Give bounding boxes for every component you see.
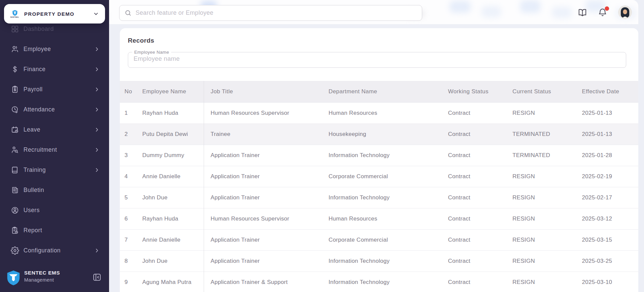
column-header: No xyxy=(120,81,138,102)
table-cell: Contract xyxy=(442,145,506,166)
search-icon xyxy=(125,9,132,16)
table-cell: John Due xyxy=(138,187,204,208)
recruitment-icon xyxy=(11,146,19,154)
table-row[interactable]: 2Putu Depita DewiTraineeHousekeepingCont… xyxy=(120,124,638,145)
table-cell: Annie Danielle xyxy=(138,166,204,187)
table-cell: Contract xyxy=(442,272,506,292)
table-row[interactable]: 4Annie DanielleApplication TrainerCorpor… xyxy=(120,166,638,187)
users-icon xyxy=(11,206,19,214)
column-header: Employee Name xyxy=(138,81,204,102)
sidebar-item-bulletin[interactable]: Bulletin xyxy=(0,180,109,200)
chevron-right-icon xyxy=(94,167,100,173)
sidebar-item-configuration[interactable]: Configuration xyxy=(0,240,109,260)
notification-badge xyxy=(605,6,609,11)
table-cell: 2 xyxy=(120,124,138,145)
sidebar-item-payroll[interactable]: Payroll xyxy=(0,79,109,99)
sidebar: SENTINEL PROPERTY DEMO DashboardEmployee… xyxy=(0,0,109,292)
employee-name-filter: Employee Name xyxy=(128,50,626,68)
app-title-block: SENTEC EMS Management xyxy=(24,270,60,283)
table-row[interactable]: 6Rayhan HudaHuman Resources SupervisorHu… xyxy=(120,208,638,229)
header-row: NoEmployee NameJob TitleDepartment NameW… xyxy=(120,81,638,102)
table-cell: 2025-02-19 xyxy=(576,166,638,187)
table-row[interactable]: 7Annie DanielleApplication TrainerCorpor… xyxy=(120,229,638,250)
table-cell: Contract xyxy=(442,229,506,250)
sidebar-item-employee[interactable]: Employee xyxy=(0,39,109,59)
user-avatar[interactable] xyxy=(618,5,632,19)
table-cell: Human Resources xyxy=(322,208,442,229)
sidebar-item-label: Recruitment xyxy=(23,146,57,153)
table-cell: 2025-03-25 xyxy=(576,250,638,272)
workspace-logo-text: SENTINEL xyxy=(10,16,19,18)
table-cell: 5 xyxy=(120,187,138,208)
column-header: Working Status xyxy=(442,81,506,102)
table-cell: Rayhan Huda xyxy=(138,208,204,229)
configuration-icon xyxy=(11,246,19,255)
leave-icon xyxy=(11,126,19,134)
chevron-right-icon xyxy=(94,127,100,133)
sidebar-nav: DashboardEmployeeFinancePayrollAttendanc… xyxy=(0,19,109,260)
table-cell: 2025-03-10 xyxy=(576,272,638,292)
table-cell: 6 xyxy=(120,208,138,229)
sidebar-collapse-button[interactable] xyxy=(92,273,102,282)
table-row[interactable]: 3Dummy DummyApplication TrainerInformati… xyxy=(120,145,638,166)
table-cell: RESIGN xyxy=(506,272,576,292)
search-input[interactable] xyxy=(136,5,422,20)
page-title: Records xyxy=(120,28,638,44)
sidebar-item-label: Report xyxy=(23,227,42,234)
chevron-right-icon xyxy=(94,248,100,253)
table-cell: 3 xyxy=(120,145,138,166)
records-table-body: 1Rayhan HudaHuman Resources SupervisorHu… xyxy=(120,102,638,292)
table-cell: Trainee xyxy=(204,124,322,145)
chevron-right-icon xyxy=(94,107,100,112)
training-icon xyxy=(11,166,19,174)
sidebar-item-report[interactable]: Report xyxy=(0,220,109,240)
table-cell: Rayhan Huda xyxy=(138,102,204,124)
table-cell: Human Resources Supervisor xyxy=(204,208,322,229)
workspace-name: PROPERTY DEMO xyxy=(24,11,75,17)
table-cell: Housekeeping xyxy=(322,124,442,145)
chevron-right-icon xyxy=(94,66,100,72)
table-cell: Contract xyxy=(442,102,506,124)
table-cell: John Due xyxy=(138,250,204,272)
records-table: NoEmployee NameJob TitleDepartment NameW… xyxy=(120,81,638,292)
table-row[interactable]: 9Agung Maha PutraApplication Trainer & S… xyxy=(120,272,638,292)
employee-name-input[interactable] xyxy=(134,55,611,62)
table-row[interactable]: 1Rayhan HudaHuman Resources SupervisorHu… xyxy=(120,102,638,124)
table-cell: RESIGN xyxy=(506,229,576,250)
table-cell: Agung Maha Putra xyxy=(138,272,204,292)
table-cell: 2025-03-12 xyxy=(576,208,638,229)
top-bar xyxy=(109,0,638,24)
table-cell: RESIGN xyxy=(506,102,576,124)
sidebar-item-leave[interactable]: Leave xyxy=(0,119,109,140)
finance-icon xyxy=(11,65,19,74)
sidebar-item-finance[interactable]: Finance xyxy=(0,59,109,79)
blurred-ghost xyxy=(520,0,540,13)
column-header: Current Status xyxy=(506,81,576,102)
sidebar-footer: SENTEC EMS Management xyxy=(0,268,109,289)
table-cell: Contract xyxy=(442,250,506,272)
sidebar-item-label: Bulletin xyxy=(23,187,44,194)
table-cell: 4 xyxy=(120,166,138,187)
sidebar-item-label: Users xyxy=(23,207,40,214)
sidebar-item-users[interactable]: Users xyxy=(0,200,109,220)
table-row[interactable]: 8John DueApplication TrainerInformation … xyxy=(120,250,638,272)
workspace-switcher[interactable]: SENTINEL PROPERTY DEMO xyxy=(4,4,105,23)
sidebar-item-attendance[interactable]: Attendance xyxy=(0,99,109,119)
table-cell: Information Technology xyxy=(322,187,442,208)
docs-button[interactable] xyxy=(578,8,587,17)
sidebar-item-recruitment[interactable]: Recruitment xyxy=(0,140,109,160)
chevron-right-icon xyxy=(94,87,100,92)
book-icon xyxy=(578,8,587,17)
table-cell: Contract xyxy=(442,166,506,187)
notifications-button[interactable] xyxy=(598,8,607,17)
sidebar-item-label: Dashboard xyxy=(23,26,54,33)
table-cell: Human Resources xyxy=(322,102,442,124)
collapse-sidebar-icon xyxy=(92,273,102,282)
table-cell: Dummy Dummy xyxy=(138,145,204,166)
sentinel-shield-logo: SENTINEL xyxy=(9,10,21,18)
table-row[interactable]: 5John DueApplication TrainerInformation … xyxy=(120,187,638,208)
sidebar-item-training[interactable]: Training xyxy=(0,160,109,180)
table-cell: Application Trainer xyxy=(204,229,322,250)
table-cell: Putu Depita Dewi xyxy=(138,124,204,145)
app-subtitle: Management xyxy=(24,277,60,283)
